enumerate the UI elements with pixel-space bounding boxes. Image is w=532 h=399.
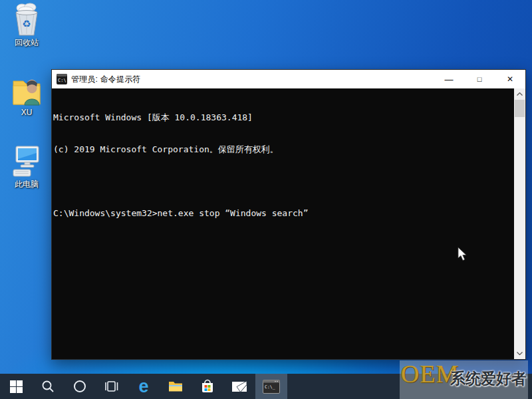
desktop-icon-label: 回收站 [4, 39, 49, 47]
search-icon [41, 380, 55, 393]
mail-icon [232, 381, 247, 392]
task-view-button[interactable] [96, 374, 128, 399]
edge-icon: e [138, 378, 148, 396]
cortana-icon [73, 380, 86, 393]
scroll-up-icon[interactable] [514, 88, 525, 100]
cmd-taskbar-icon: C:\_ [263, 380, 280, 394]
desktop: ♻ 回收站 XU 此电脑 C:\ [0, 0, 532, 399]
store-button[interactable] [192, 374, 223, 399]
taskbar-cmd-button[interactable]: C:\_ [255, 374, 287, 399]
search-button[interactable] [32, 374, 64, 399]
window-title: 管理员: 命令提示符 [71, 74, 141, 85]
start-button[interactable] [0, 374, 32, 399]
desktop-icon-recycle-bin[interactable]: ♻ 回收站 [4, 3, 49, 47]
desktop-icon-label: XU [4, 108, 49, 117]
console-line: Microsoft Windows [版本 10.0.18363.418] [53, 112, 512, 123]
recycle-bin-icon: ♻ [11, 3, 42, 37]
cortana-button[interactable] [64, 374, 96, 399]
windows-logo-icon [10, 380, 23, 393]
scroll-down-icon[interactable] [514, 348, 525, 359]
console-line: C:\Windows\system32>net.exe stop “Window… [53, 208, 512, 219]
edge-button[interactable]: e [128, 374, 160, 399]
maximize-button[interactable]: □ [464, 70, 495, 88]
this-pc-icon [11, 144, 42, 179]
cmd-window: C:\ 管理员: 命令提示符 — □ ✕ Microsoft Windows [… [51, 69, 526, 360]
store-icon [200, 379, 215, 394]
cmd-icon: C:\ [57, 74, 67, 84]
close-button[interactable]: ✕ [495, 70, 525, 88]
desktop-icon-label: 此电脑 [4, 180, 49, 189]
file-explorer-icon [168, 380, 183, 392]
svg-text:♻: ♻ [22, 18, 31, 29]
console-line: (c) 2019 Microsoft Corporation。保留所有权利。 [53, 144, 512, 155]
mouse-cursor [458, 247, 467, 261]
desktop-icon-user-folder[interactable]: XU [4, 75, 49, 117]
console-output[interactable]: Microsoft Windows [版本 10.0.18363.418] (c… [52, 88, 525, 359]
svg-text:C:\_: C:\_ [265, 384, 275, 390]
minimize-button[interactable]: — [434, 70, 464, 88]
cmd-titlebar[interactable]: C:\ 管理员: 命令提示符 — □ ✕ [52, 70, 525, 88]
desktop-icon-this-pc[interactable]: 此电脑 [4, 144, 49, 189]
window-controls: — □ ✕ [434, 70, 525, 88]
oem-watermark: OEM 系统爱好者 [400, 360, 528, 399]
console-scrollbar[interactable] [514, 88, 525, 359]
watermark-title: 系统爱好者 [450, 368, 527, 389]
user-folder-icon [11, 75, 42, 107]
mail-button[interactable] [223, 374, 255, 399]
svg-text:C:\: C:\ [58, 78, 66, 83]
scrollbar-thumb[interactable] [515, 100, 525, 117]
console-line [53, 176, 512, 187]
file-explorer-button[interactable] [160, 374, 192, 399]
task-view-icon [105, 380, 118, 393]
